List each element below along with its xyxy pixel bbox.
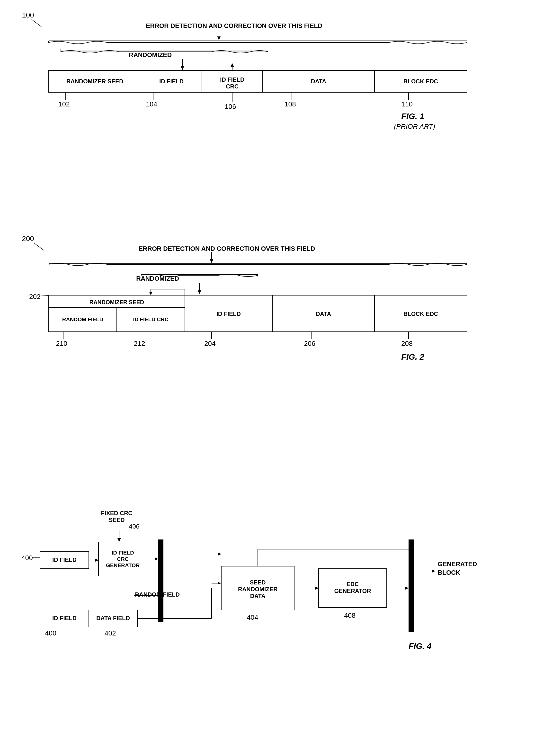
svg-rect-73	[319, 569, 387, 608]
fig4-fixed-crc-label: FIXED CRC	[101, 510, 132, 516]
svg-marker-78	[405, 586, 408, 590]
svg-rect-12	[141, 70, 202, 92]
svg-line-24	[34, 243, 44, 250]
svg-rect-53	[40, 552, 89, 569]
fig4-crc-gen-label2: CRC	[117, 556, 128, 562]
svg-marker-80	[432, 569, 435, 573]
svg-marker-29	[198, 290, 201, 294]
fig1-ref: 100	[22, 11, 34, 19]
svg-marker-2	[217, 37, 221, 40]
fig2-randomized-label: RANDOMIZED	[136, 275, 179, 282]
fig4-edc-gen-label2: GENERATOR	[334, 588, 371, 594]
svg-line-33	[40, 295, 49, 296]
svg-line-0	[32, 19, 41, 27]
fig2-ref-210: 210	[56, 340, 67, 347]
fig2-block-randomizer-seed: RANDOMIZER SEED	[90, 299, 144, 306]
svg-rect-40	[375, 295, 467, 332]
svg-marker-68	[218, 582, 221, 584]
fig4-edc-gen-label1: EDC	[347, 581, 359, 587]
fig2-block-random-field: RANDOM FIELD	[62, 316, 103, 322]
svg-rect-64	[40, 610, 89, 627]
diagram-container: 100 ERROR DETECTION AND CORRECTION OVER …	[0, 0, 535, 756]
fig2-ref-204: 204	[204, 340, 216, 347]
svg-rect-13	[202, 70, 263, 92]
svg-rect-70	[221, 566, 294, 610]
fig1-randomized-label: RANDOMIZED	[129, 51, 172, 59]
fig2-block-data: DATA	[316, 310, 331, 317]
fig4-seed-label: SEED	[109, 517, 125, 523]
fig4-generated-block-label1: GENERATED	[438, 560, 477, 568]
svg-rect-15	[263, 70, 375, 92]
fig2-block-id-field: ID FIELD	[216, 310, 241, 317]
fig4-crc-gen-label3: GENERATOR	[106, 562, 140, 568]
svg-marker-55	[95, 558, 99, 562]
fig4-label: FIG. 4	[408, 641, 432, 651]
fig4-ref-406: 406	[129, 523, 139, 530]
fig1-ref-102: 102	[58, 100, 70, 108]
fig2-ref-206: 206	[304, 340, 315, 347]
svg-rect-65	[89, 610, 137, 627]
fig1-block-id-field: ID FIELD	[159, 78, 183, 85]
fig4-overlay: FIXED CRC SEED 406 400 ID FIELD ID FIELD…	[0, 491, 535, 756]
svg-marker-46	[149, 292, 153, 295]
fig2-overlay: 200 ERROR DETECTION AND CORRECTION OVER …	[0, 219, 535, 462]
fig2-block-id-field-crc: ID FIELD CRC	[133, 316, 169, 322]
fig2-ref-208: 208	[401, 340, 413, 347]
fig1-ref-108: 108	[285, 100, 296, 108]
svg-marker-61	[218, 553, 221, 556]
svg-rect-57	[158, 539, 163, 622]
fig1-block-id-field-crc: ID FIELD	[220, 76, 244, 83]
fig1-error-label: ERROR DETECTION AND CORRECTION OVER THIS…	[146, 22, 323, 29]
fig4-generated-block-label2: BLOCK	[438, 569, 460, 576]
svg-marker-21	[231, 63, 234, 67]
svg-rect-39	[272, 295, 375, 332]
fig1-block-edc: BLOCK EDC	[404, 78, 438, 85]
fig2-ref-212: 212	[134, 340, 145, 347]
svg-marker-7	[181, 66, 184, 70]
fig4-id-field-top: ID FIELD	[52, 556, 77, 563]
svg-marker-72	[315, 586, 319, 590]
fig1-overlay: 100 ERROR DETECTION AND CORRECTION OVER …	[0, 0, 535, 248]
fig1-block-data: DATA	[311, 78, 326, 85]
fig4-seed-rand-label1: SEED	[250, 579, 266, 586]
fig4-random-field-label: RANDOM FIELD	[135, 591, 180, 598]
fig4-id-field-bottom: ID FIELD	[52, 615, 77, 621]
fig4-data-field: DATA FIELD	[96, 615, 130, 621]
fig1-ref-106: 106	[225, 103, 236, 110]
fig2-block-block-edc: BLOCK EDC	[404, 310, 438, 317]
svg-rect-11	[49, 70, 141, 92]
svg-rect-34	[49, 295, 185, 332]
fig4-ref-404: 404	[247, 614, 258, 621]
fig4-ref-400-top: 400	[21, 554, 33, 562]
svg-marker-51	[118, 538, 121, 542]
fig2-label: FIG. 2	[401, 352, 424, 361]
fig1-prior-art: (PRIOR ART)	[394, 123, 435, 130]
fig4-seed-rand-label3: DATA	[250, 593, 265, 599]
svg-marker-59	[155, 557, 158, 561]
fig2-ref: 200	[22, 234, 34, 243]
fig4-crc-gen-label1: ID FIELD	[112, 550, 134, 556]
fig4-ref-400-bottom: 400	[45, 629, 56, 637]
fig2-error-label: ERROR DETECTION AND CORRECTION OVER THIS…	[139, 245, 315, 252]
fig1-label: FIG. 1	[401, 112, 424, 121]
svg-rect-56	[99, 542, 147, 576]
fig4-seed-rand-label2: RANDOMIZER	[238, 586, 278, 592]
fig2-ref-202: 202	[29, 293, 41, 300]
fig4-ref-402: 402	[104, 629, 116, 637]
svg-rect-16	[375, 70, 467, 92]
fig4-ref-408: 408	[344, 612, 355, 619]
svg-rect-37	[117, 308, 185, 332]
svg-rect-38	[185, 295, 272, 332]
fig1-ref-110: 110	[401, 100, 413, 108]
svg-marker-26	[210, 259, 213, 263]
svg-rect-36	[49, 308, 117, 332]
fig1-block-randomizer-seed: RANDOMIZER SEED	[67, 78, 124, 85]
fig1-ref-104: 104	[146, 100, 157, 108]
svg-rect-74	[408, 539, 414, 632]
svg-text:CRC: CRC	[226, 83, 239, 90]
